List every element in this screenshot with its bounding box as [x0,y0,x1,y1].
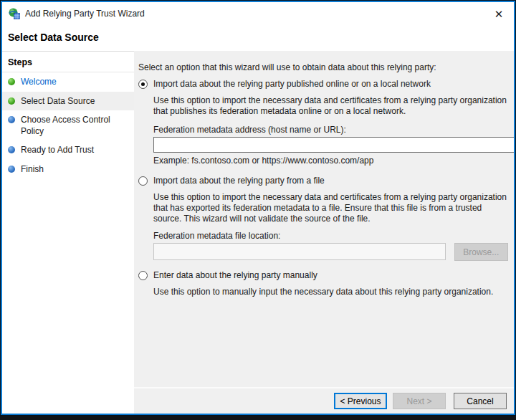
radio-import-online[interactable] [138,80,148,89]
sidebar-item-select-data-source[interactable]: Select Data Source [2,92,134,111]
page-title: Select Data Source [2,25,514,51]
sidebar-item-label: Choose Access Control Policy [21,115,128,137]
content-panel: Select an option that this wizard will u… [134,51,514,414]
close-icon[interactable]: ✕ [491,9,507,19]
step-done-bullet-icon [8,97,15,105]
cancel-button[interactable]: Cancel [454,393,507,409]
option-label[interactable]: Import data about the relying party from… [153,176,325,186]
option-label[interactable]: Enter data about the relying party manua… [153,270,317,281]
federation-metadata-address-input[interactable] [153,137,514,153]
intro-text: Select an option that this wizard will u… [138,62,508,73]
sidebar-item-label: Select Data Source [21,96,95,108]
wizard-footer: < Previous Next > Cancel [134,387,514,414]
sidebar-item-choose-access-control-policy: Choose Access Control Policy [2,110,134,140]
option-label[interactable]: Import data about the relying party publ… [153,79,431,90]
sidebar-item-label: Welcome [21,77,57,88]
step-pending-bullet-icon [8,166,15,173]
sidebar-item-welcome[interactable]: Welcome [2,72,134,92]
sidebar-item-ready-to-add-trust: Ready to Add Trust [2,140,134,160]
option-description: Use this option to import the necessary … [153,95,508,117]
steps-sidebar: Steps Welcome Select Data Source Choose … [2,51,134,414]
radio-enter-manually[interactable] [138,271,148,280]
next-button: Next > [393,393,446,409]
sidebar-item-finish: Finish [2,160,134,179]
step-done-bullet-icon [8,78,15,85]
window-title: Add Relying Party Trust Wizard [25,9,491,19]
steps-heading: Steps [2,57,134,72]
federation-metadata-file-label: Federation metadata file location: [153,231,508,242]
radio-import-file[interactable] [138,176,148,186]
address-example-text: Example: fs.contoso.com or https://www.c… [153,156,508,166]
option-description: Use this option to manually input the ne… [153,287,508,297]
browse-button: Browse... [454,243,508,261]
option-import-file[interactable]: Import data about the relying party from… [138,176,508,186]
option-enter-manually[interactable]: Enter data about the relying party manua… [138,270,508,281]
title-bar: Add Relying Party Trust Wizard ✕ [2,2,514,25]
federation-metadata-file-input [153,243,446,260]
relying-party-trust-icon [9,8,20,19]
step-pending-bullet-icon [8,146,15,153]
wizard-window: Add Relying Party Trust Wizard ✕ Select … [0,0,516,416]
desktop-background: Add Relying Party Trust Wizard ✕ Select … [0,0,516,420]
option-description: Use this option to import the necessary … [153,192,508,224]
wizard-body: Steps Welcome Select Data Source Choose … [2,51,514,414]
option-import-online[interactable]: Import data about the relying party publ… [138,79,508,90]
sidebar-item-label: Finish [21,164,44,176]
previous-button[interactable]: < Previous [334,393,387,409]
window-accent-border: Add Relying Party Trust Wizard ✕ Select … [1,1,515,415]
step-pending-bullet-icon [8,116,15,123]
sidebar-item-label: Ready to Add Trust [21,145,94,156]
federation-metadata-address-label: Federation metadata address (host name o… [153,125,508,135]
